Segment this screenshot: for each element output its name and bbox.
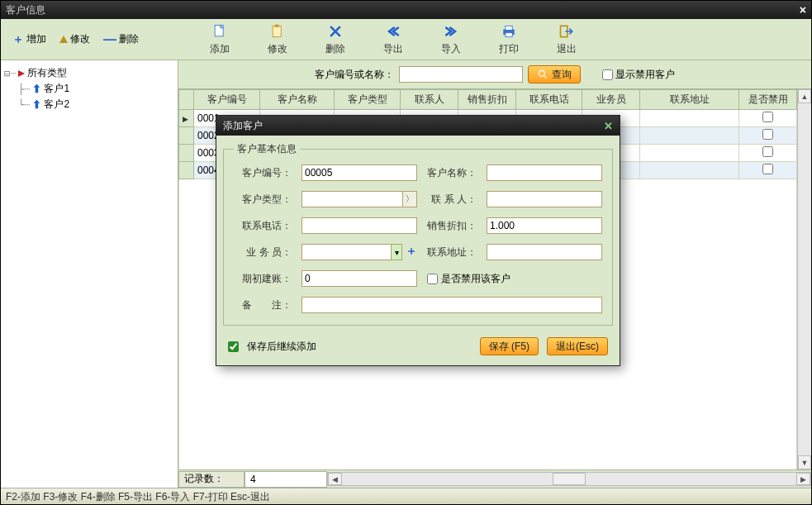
scroll-thumb[interactable] <box>553 473 586 485</box>
search-button-label: 查询 <box>552 68 572 82</box>
name-input[interactable] <box>487 164 602 181</box>
minus-icon: — <box>103 32 116 47</box>
svg-rect-5 <box>506 33 512 37</box>
show-disabled-checkbox-input[interactable] <box>602 69 613 80</box>
type-combo[interactable]: 〉 <box>302 191 417 207</box>
dialog-close-button[interactable]: ✕ <box>604 120 613 132</box>
scroll-right-button[interactable]: ▶ <box>796 473 810 485</box>
toolbar-export-button[interactable]: 导出 <box>368 22 418 56</box>
tree-child-node[interactable]: └┈ ⬆ 客户2 <box>4 97 174 112</box>
main-toolbar: ＋ 增加 修改 — 删除 添加 修改 <box>1 19 811 60</box>
toolbar-add-button[interactable]: 添加 <box>195 22 245 56</box>
tree-add-button[interactable]: ＋ 增加 <box>7 31 51 49</box>
tree-expander-icon[interactable]: ⊟┈ <box>4 68 16 79</box>
dialog-title: 添加客户 <box>223 119 263 133</box>
titlebar: 客户信息 × <box>1 1 811 19</box>
continue-add-label: 保存后继续添加 <box>247 340 316 354</box>
horizontal-scrollbar[interactable]: ◀ ▶ <box>327 472 811 486</box>
col-address[interactable]: 联系地址 <box>640 90 739 110</box>
row-disabled-checkbox[interactable] <box>762 112 773 122</box>
svg-rect-2 <box>275 25 279 27</box>
dialog-footer: 保存后继续添加 保存 (F5) 退出(Esc) <box>216 332 620 365</box>
discount-input[interactable] <box>487 217 602 234</box>
dialog-titlebar[interactable]: 添加客户 ✕ <box>216 116 620 136</box>
triangle-up-icon <box>59 36 68 43</box>
window-close-button[interactable]: × <box>800 3 806 17</box>
col-contact[interactable]: 联系人 <box>401 90 458 110</box>
toolbar-import-label: 导入 <box>426 42 476 56</box>
tree-child-node[interactable]: ├┈ ⬆ 客户1 <box>4 81 174 97</box>
scroll-down-button[interactable]: ▼ <box>798 455 811 469</box>
code-input[interactable] <box>302 164 417 181</box>
status-bar: F2-添加 F3-修改 F4-删除 F5-导出 F6-导入 F7-打印 Esc-… <box>1 488 811 504</box>
disable-customer-checkbox[interactable] <box>427 274 438 284</box>
tree-delete-label: 删除 <box>119 32 139 46</box>
scroll-up-button[interactable]: ▲ <box>798 89 811 103</box>
toolbar-edit-label: 修改 <box>253 42 302 56</box>
type-lookup-button[interactable]: 〉 <box>402 191 417 207</box>
salesman-dropdown-button[interactable]: ▾ <box>391 244 402 260</box>
show-disabled-label: 显示禁用客户 <box>615 68 675 82</box>
disable-customer-label: 是否禁用该客户 <box>441 272 510 286</box>
import-icon <box>426 22 476 40</box>
tree-delete-button[interactable]: — 删除 <box>98 31 144 49</box>
col-code[interactable]: 客户编号 <box>194 90 260 110</box>
row-disabled-checkbox[interactable] <box>762 129 773 140</box>
dialog-save-button[interactable]: 保存 (F5) <box>480 337 539 355</box>
toolbar-import-button[interactable]: 导入 <box>426 22 476 56</box>
salesman-add-button[interactable]: ＋ <box>406 244 417 260</box>
row-disabled-checkbox[interactable] <box>762 164 773 174</box>
dialog-exit-button[interactable]: 退出(Esc) <box>547 337 608 355</box>
tree-edit-label: 修改 <box>70 32 90 46</box>
vertical-scrollbar[interactable]: ▲ ▼ <box>797 89 811 469</box>
toolbar-export-label: 导出 <box>368 42 418 56</box>
tree-root-node[interactable]: ⊟┈ 所有类型 <box>4 65 174 81</box>
col-discount[interactable]: 销售折扣 <box>458 90 516 110</box>
content-pane: 客户编号或名称： 查询 显示禁用客户 <box>178 60 811 488</box>
record-toolbar: 添加 修改 删除 导出 <box>178 22 811 56</box>
col-type[interactable]: 客户类型 <box>335 90 401 110</box>
address-input[interactable] <box>487 244 602 260</box>
clipboard-icon <box>253 22 302 40</box>
contact-input[interactable] <box>487 191 602 207</box>
salesman-combo[interactable]: ▾ ＋ <box>302 244 417 260</box>
phone-label: 联系电话： <box>234 219 292 233</box>
new-file-icon <box>195 22 245 40</box>
search-button[interactable]: 查询 <box>528 65 581 83</box>
type-input[interactable] <box>302 191 402 207</box>
phone-input[interactable] <box>302 217 417 234</box>
search-input[interactable] <box>399 66 523 83</box>
col-salesman[interactable]: 业务员 <box>582 90 640 110</box>
arrow-up-blue-icon: ⬆ <box>32 83 41 95</box>
col-phone[interactable]: 联系电话 <box>516 90 582 110</box>
row-disabled-checkbox[interactable] <box>762 146 773 157</box>
scroll-left-button[interactable]: ◀ <box>328 473 342 485</box>
remark-input[interactable] <box>302 297 602 313</box>
type-label: 客户类型： <box>234 193 292 207</box>
toolbar-exit-button[interactable]: 退出 <box>542 22 591 56</box>
continue-add-checkbox[interactable] <box>228 341 239 352</box>
record-count-value: 4 <box>245 471 327 488</box>
main-window: 客户信息 × ＋ 增加 修改 — 删除 添加 <box>0 0 812 505</box>
body: ⊟┈ 所有类型 ├┈ ⬆ 客户1 └┈ ⬆ 客户2 客户编号或名称： <box>1 60 811 488</box>
salesman-input[interactable] <box>302 244 391 260</box>
opening-label: 期初建账： <box>234 272 292 286</box>
svg-rect-4 <box>506 26 512 30</box>
tree-edit-button[interactable]: 修改 <box>55 31 95 48</box>
toolbar-edit-button[interactable]: 修改 <box>253 22 302 56</box>
col-name[interactable]: 客户名称 <box>260 90 335 110</box>
tree-add-label: 增加 <box>26 32 46 46</box>
col-disabled[interactable]: 是否禁用 <box>739 90 797 110</box>
toolbar-delete-label: 删除 <box>311 42 360 56</box>
toolbar-delete-button[interactable]: 删除 <box>311 22 360 56</box>
show-disabled-checkbox[interactable]: 显示禁用客户 <box>602 68 675 82</box>
plus-icon: ＋ <box>12 32 24 47</box>
toolbar-print-button[interactable]: 打印 <box>484 22 534 56</box>
opening-input[interactable] <box>302 270 417 287</box>
address-label: 联系地址： <box>427 245 477 260</box>
export-icon <box>368 22 418 40</box>
add-customer-dialog: 添加客户 ✕ 客户基本信息 客户编号： 客户名称： 客户类型： 〉 <box>216 115 620 366</box>
toolbar-print-label: 打印 <box>484 42 534 56</box>
tree-toolbar: ＋ 增加 修改 — 删除 <box>1 31 178 49</box>
search-label: 客户编号或名称： <box>315 68 394 82</box>
